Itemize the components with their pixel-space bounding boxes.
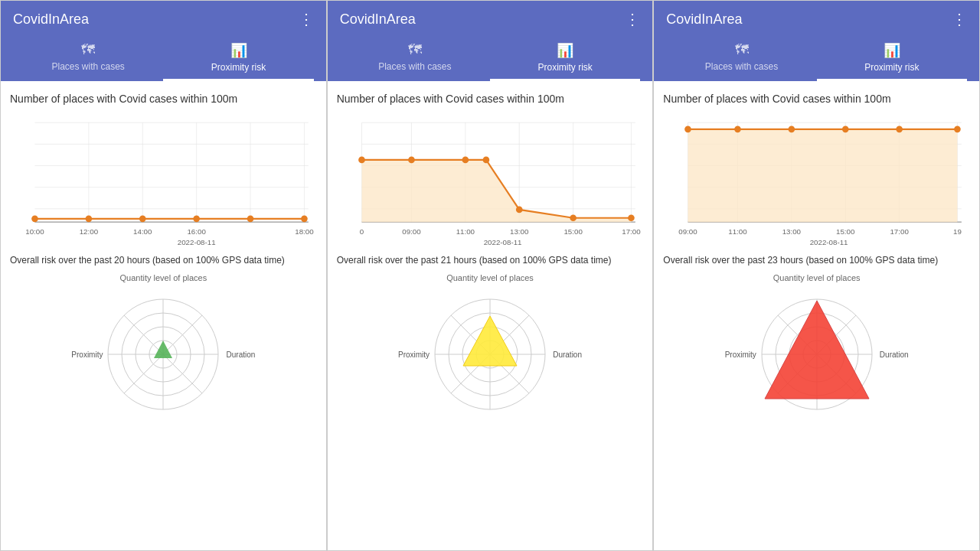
svg-text:17:00: 17:00	[890, 228, 910, 236]
proximity-label-2: Proximity	[398, 350, 430, 358]
chart-svg-3: 09:00 11:00 13:00 15:00 17:00 19 2022-08…	[663, 112, 970, 249]
nav-tabs-3: 🗺 Places with cases 📊 Proximity risk	[666, 36, 967, 81]
content-3: Number of places with Covid cases within…	[654, 81, 979, 550]
svg-text:18:00: 18:00	[295, 228, 314, 236]
radar-container-3: Proximity Duration	[663, 285, 970, 543]
svg-text:10:00: 10:00	[25, 228, 44, 236]
svg-point-83	[789, 126, 795, 133]
svg-point-82	[734, 126, 741, 133]
svg-text:09:00: 09:00	[679, 228, 698, 236]
svg-text:2022-08-11: 2022-08-11	[810, 239, 848, 247]
proximity-icon-3: 📊	[884, 42, 900, 59]
svg-text:2022-08-11: 2022-08-11	[483, 239, 521, 247]
app-title-1: CovidInArea	[13, 11, 89, 28]
svg-point-14	[193, 216, 200, 223]
radar-label-1: Quantity level of places	[10, 273, 317, 282]
svg-marker-44	[361, 160, 631, 222]
nav-tabs-1: 🗺 Places with cases 📊 Proximity risk	[13, 36, 314, 81]
risk-text-2: Overall risk over the past 21 hours (bas…	[337, 254, 644, 267]
tab-places-2[interactable]: 🗺 Places with cases	[340, 36, 490, 81]
tab-proximity-1[interactable]: 📊 Proximity risk	[163, 36, 313, 81]
svg-point-84	[842, 126, 849, 133]
svg-point-81	[684, 126, 691, 133]
tab-places-label-1: Places with cases	[51, 61, 124, 72]
header-top-2: CovidInArea ⋮	[340, 10, 641, 28]
content-2: Number of places with Covid cases within…	[328, 81, 653, 550]
risk-text-1: Overall risk over the past 20 hours (bas…	[10, 254, 317, 267]
nav-tabs-2: 🗺 Places with cases 📊 Proximity risk	[340, 36, 641, 81]
svg-point-45	[358, 157, 365, 164]
chart-svg-2: 0 09:00 11:00 13:00 15:00 17:00 2022-08-…	[337, 112, 644, 249]
tab-proximity-label-1: Proximity risk	[211, 62, 266, 73]
line-chart-1: 10:00 12:00 14:00 16:00 18:00 2022-08-11	[10, 112, 317, 249]
duration-label-2: Duration	[553, 350, 582, 358]
proximity-icon-1: 📊	[230, 42, 247, 59]
radar-label-2: Quantity level of places	[337, 273, 644, 282]
radar-svg-2	[421, 285, 559, 423]
radar-container-2: Proximity Duration	[337, 285, 644, 543]
menu-icon-2[interactable]: ⋮	[625, 10, 640, 28]
menu-icon-1[interactable]: ⋮	[299, 10, 314, 28]
svg-text:12:00: 12:00	[80, 228, 99, 236]
svg-point-13	[139, 216, 146, 223]
header-top-3: CovidInArea ⋮	[666, 10, 967, 28]
tab-places-3[interactable]: 🗺 Places with cases	[666, 36, 816, 81]
radar-svg-1	[94, 285, 232, 423]
phone-card-3: CovidInArea ⋮ 🗺 Places with cases 📊 Prox…	[653, 0, 980, 551]
svg-text:15:00: 15:00	[836, 228, 855, 236]
svg-point-51	[628, 215, 635, 222]
svg-point-46	[408, 157, 415, 164]
tab-places-1[interactable]: 🗺 Places with cases	[13, 36, 163, 81]
svg-text:15:00: 15:00	[564, 228, 583, 236]
tab-proximity-2[interactable]: 📊 Proximity risk	[490, 36, 640, 81]
svg-text:16:00: 16:00	[187, 228, 206, 236]
svg-point-12	[86, 216, 93, 223]
svg-marker-31	[154, 341, 172, 358]
proximity-label-1: Proximity	[71, 350, 103, 358]
places-icon-3: 🗺	[735, 42, 749, 58]
svg-point-85	[897, 126, 903, 133]
svg-point-86	[954, 126, 961, 133]
svg-marker-80	[688, 129, 958, 222]
proximity-label-3: Proximity	[725, 350, 756, 358]
chart-svg-1: 10:00 12:00 14:00 16:00 18:00 2022-08-11	[10, 112, 317, 249]
content-1: Number of places with Covid cases within…	[1, 81, 326, 550]
header-top-1: CovidInArea ⋮	[13, 10, 314, 28]
svg-text:11:00: 11:00	[456, 228, 475, 236]
chart-title-2: Number of places with Covid cases within…	[337, 92, 644, 106]
header-1: CovidInArea ⋮ 🗺 Places with cases 📊 Prox…	[1, 1, 326, 81]
svg-point-50	[570, 215, 577, 222]
radar-container-1: Proximity Duration	[10, 285, 317, 543]
places-icon-2: 🗺	[408, 42, 422, 58]
svg-marker-102	[765, 301, 869, 399]
tab-proximity-label-2: Proximity risk	[538, 62, 593, 73]
header-2: CovidInArea ⋮ 🗺 Places with cases 📊 Prox…	[328, 1, 653, 81]
svg-text:17:00: 17:00	[622, 228, 641, 236]
svg-text:19: 19	[953, 228, 962, 236]
duration-label-1: Duration	[227, 350, 256, 358]
tab-proximity-label-3: Proximity risk	[864, 62, 919, 73]
menu-icon-3[interactable]: ⋮	[952, 10, 967, 28]
svg-text:14:00: 14:00	[133, 228, 152, 236]
duration-label-3: Duration	[880, 350, 909, 358]
proximity-icon-2: 📊	[557, 42, 573, 59]
chart-title-1: Number of places with Covid cases within…	[10, 92, 317, 106]
svg-point-49	[516, 207, 523, 214]
svg-text:2022-08-11: 2022-08-11	[178, 239, 216, 247]
header-3: CovidInArea ⋮ 🗺 Places with cases 📊 Prox…	[654, 1, 979, 81]
svg-text:13:00: 13:00	[510, 228, 529, 236]
radar-svg-3	[748, 285, 886, 423]
svg-text:09:00: 09:00	[402, 228, 421, 236]
svg-text:13:00: 13:00	[782, 228, 802, 236]
svg-point-16	[301, 216, 308, 223]
tab-places-label-2: Places with cases	[378, 61, 451, 72]
risk-text-3: Overall risk over the past 23 hours (bas…	[663, 254, 970, 267]
chart-title-3: Number of places with Covid cases within…	[663, 92, 970, 106]
svg-point-47	[462, 157, 469, 164]
radar-label-3: Quantity level of places	[663, 273, 970, 282]
tab-proximity-3[interactable]: 📊 Proximity risk	[817, 36, 967, 81]
svg-point-11	[31, 216, 38, 223]
svg-point-48	[482, 157, 489, 164]
app-title-2: CovidInArea	[340, 11, 416, 28]
phone-card-1: CovidInArea ⋮ 🗺 Places with cases 📊 Prox…	[0, 0, 327, 551]
